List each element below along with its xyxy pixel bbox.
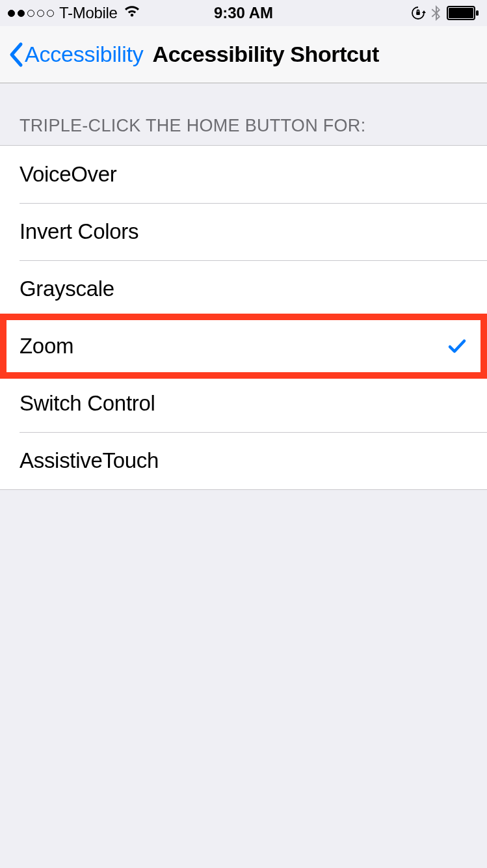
option-label: Zoom <box>20 334 447 359</box>
clock: 9:30 AM <box>214 4 273 22</box>
navigation-bar: Accessibility Accessibility Shortcut <box>0 26 487 83</box>
option-label: VoiceOver <box>20 162 467 187</box>
shortcut-options-list: VoiceOver Invert Colors Grayscale Zoom S… <box>0 145 487 490</box>
option-grayscale[interactable]: Grayscale <box>0 260 487 318</box>
status-right <box>410 5 479 21</box>
bluetooth-icon <box>431 5 441 21</box>
option-label: Invert Colors <box>20 219 467 244</box>
orientation-lock-icon <box>410 5 426 21</box>
battery-icon <box>447 6 479 20</box>
option-label: Switch Control <box>20 391 467 416</box>
svg-rect-2 <box>449 8 473 18</box>
wifi-icon <box>123 4 141 22</box>
status-bar: T-Mobile 9:30 AM <box>0 0 487 26</box>
checkmark-icon <box>447 336 467 357</box>
page-title: Accessibility Shortcut <box>153 42 379 67</box>
carrier-label: T-Mobile <box>59 4 118 22</box>
svg-rect-3 <box>476 10 479 16</box>
option-zoom[interactable]: Zoom <box>0 318 487 375</box>
signal-strength-icon <box>8 10 54 17</box>
back-button[interactable]: Accessibility <box>8 42 144 68</box>
option-invert-colors[interactable]: Invert Colors <box>0 203 487 260</box>
section-header: TRIPLE-CLICK THE HOME BUTTON FOR: <box>0 83 487 145</box>
option-assistivetouch[interactable]: AssistiveTouch <box>0 432 487 489</box>
option-voiceover[interactable]: VoiceOver <box>0 146 487 203</box>
option-label: Grayscale <box>20 277 467 301</box>
back-label: Accessibility <box>25 42 144 67</box>
svg-rect-0 <box>416 12 420 15</box>
option-switch-control[interactable]: Switch Control <box>0 375 487 432</box>
option-label: AssistiveTouch <box>20 448 467 473</box>
chevron-left-icon <box>8 42 23 68</box>
status-left: T-Mobile <box>8 4 141 22</box>
